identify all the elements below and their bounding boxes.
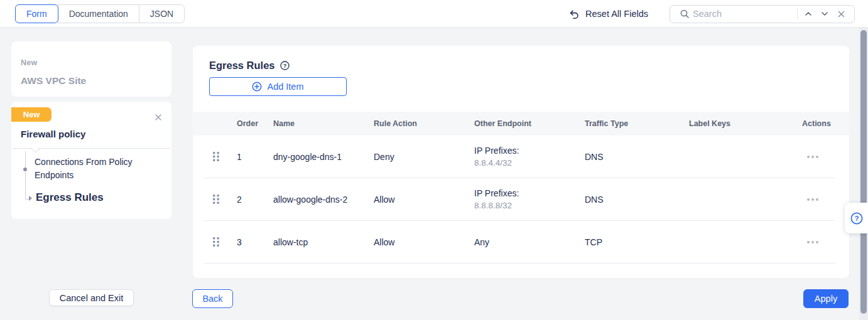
cell-traffic-type: TCP <box>581 237 685 247</box>
new-badge: New <box>11 107 52 122</box>
site-card-eyebrow: New <box>21 58 162 67</box>
expander-notch-icon <box>31 145 40 153</box>
add-item-label: Add Item <box>267 82 303 92</box>
row-actions-menu-button[interactable] <box>798 241 834 243</box>
site-card: New AWS VPC Site <box>11 41 171 97</box>
tab-form[interactable]: Form <box>15 4 58 23</box>
cell-other-endpoint: Any <box>470 237 581 247</box>
egress-rules-table: Order Name Rule Action Other Endpoint Tr… <box>193 112 849 264</box>
column-header-label-keys: Label Keys <box>685 119 798 128</box>
apply-button[interactable]: Apply <box>803 289 849 308</box>
row-actions-menu-button[interactable] <box>798 198 834 201</box>
tree-connector <box>25 151 26 199</box>
scrollbar-thumb[interactable] <box>860 30 867 314</box>
sidebar-item-egress-rules[interactable]: Egress Rules <box>36 191 104 204</box>
policy-card-title: Firewall policy <box>21 129 85 139</box>
help-button[interactable]: ? <box>845 203 868 233</box>
svg-text:?: ? <box>854 215 859 222</box>
divider <box>204 263 835 264</box>
cell-traffic-type: DNS <box>581 195 685 205</box>
top-bar: Form Documentation JSON Reset All Fields <box>0 0 868 28</box>
drag-handle-icon[interactable] <box>208 193 233 205</box>
cell-other-endpoint: IP Prefixes: 8.8.8.8/32 <box>470 188 581 210</box>
help-circle-icon[interactable]: ? <box>280 61 290 70</box>
column-header-name: Name <box>269 119 370 128</box>
close-icon[interactable] <box>833 6 849 22</box>
cell-order: 2 <box>233 195 269 205</box>
column-header-order: Order <box>233 119 269 128</box>
plus-circle-icon <box>252 82 262 92</box>
row-actions-menu-button[interactable] <box>798 156 834 158</box>
reset-all-fields-label: Reset All Fields <box>585 9 648 19</box>
column-header-actions: Actions <box>798 119 834 128</box>
other-endpoint-primary: IP Prefixes: <box>474 188 581 198</box>
column-header-traffic-type: Traffic Type <box>581 119 685 128</box>
svg-text:?: ? <box>283 63 286 69</box>
divider <box>797 8 798 19</box>
search-input[interactable] <box>693 9 795 19</box>
help-circle-icon: ? <box>850 212 863 225</box>
cell-traffic-type: DNS <box>581 152 685 162</box>
page-title: Egress Rules <box>209 60 275 72</box>
close-icon[interactable] <box>150 109 166 125</box>
column-header-rule-action: Rule Action <box>370 119 470 128</box>
add-item-button[interactable]: Add Item <box>209 77 347 96</box>
cancel-and-exit-button[interactable]: Cancel and Exit <box>49 289 134 306</box>
search-box <box>670 5 855 23</box>
cell-rule-action: Allow <box>370 237 470 247</box>
other-endpoint-secondary: 8.8.8.8/32 <box>474 201 581 210</box>
drag-handle-icon[interactable] <box>208 236 233 248</box>
other-endpoint-primary: Any <box>474 237 581 247</box>
other-endpoint-primary: IP Prefixes: <box>474 146 581 156</box>
table-row: 1 dny-google-dns-1 Deny IP Prefixes: 8.8… <box>193 136 849 178</box>
sidebar-item-connections-from-policy-endpoints[interactable]: Connections From Policy Endpoints <box>35 156 148 182</box>
other-endpoint-secondary: 8.8.4.4/32 <box>474 158 581 168</box>
view-tab-group: Form Documentation JSON <box>15 4 185 23</box>
back-button[interactable]: Back <box>192 289 233 308</box>
caret-right-icon <box>29 196 32 201</box>
cell-rule-action: Deny <box>370 152 470 162</box>
cell-order: 1 <box>233 152 269 162</box>
cell-rule-action: Allow <box>370 195 470 205</box>
table-row: 3 allow-tcp Allow Any TCP <box>193 221 849 263</box>
cell-order: 3 <box>233 237 269 247</box>
site-card-title: AWS VPC Site <box>21 75 162 87</box>
undo-icon <box>568 8 580 19</box>
chevron-up-icon[interactable] <box>800 6 816 22</box>
cell-other-endpoint: IP Prefixes: 8.8.4.4/32 <box>470 146 581 168</box>
tab-json[interactable]: JSON <box>139 4 185 23</box>
egress-rules-panel: Egress Rules ? Add Item Order Name Rule … <box>193 46 849 278</box>
tree-bullet <box>23 168 27 171</box>
cell-name: allow-tcp <box>269 237 370 247</box>
reset-all-fields-button[interactable]: Reset All Fields <box>568 8 648 19</box>
cell-name: allow-google-dns-2 <box>269 195 370 205</box>
firewall-policy-card: New Firewall policy Connections From Pol… <box>11 102 171 219</box>
tab-documentation[interactable]: Documentation <box>58 4 139 23</box>
column-header-other-endpoint: Other Endpoint <box>470 119 581 128</box>
drag-handle-icon[interactable] <box>208 151 233 163</box>
table-header-row: Order Name Rule Action Other Endpoint Tr… <box>193 112 849 136</box>
search-icon <box>676 6 693 22</box>
chevron-down-icon[interactable] <box>816 6 833 22</box>
table-row: 2 allow-google-dns-2 Allow IP Prefixes: … <box>193 178 849 220</box>
cell-name: dny-google-dns-1 <box>269 152 370 162</box>
